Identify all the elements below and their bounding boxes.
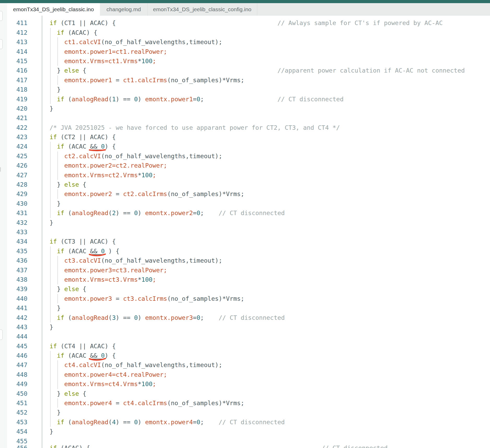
code-line-422[interactable]: 422/* JVA 20251025 - we have forced to u… [7,123,490,132]
code-text[interactable]: if (ACAC && 0) { [50,142,116,151]
code-line-420[interactable]: 420} [7,104,490,113]
code-line-434[interactable]: 434if (CT3 || ACAC) { [7,237,490,246]
tab-emontx34-ds-jeelib-classic-ino[interactable]: emonTx34_DS_jeelib_classic.ino [7,3,100,16]
code-line-449[interactable]: 449 emontx.Vrms=ct4.Vrms*100; [7,379,490,389]
code-line-431[interactable]: 431 if (analogRead(2) == 0) emontx.power… [7,208,490,218]
code-text[interactable]: if (analogRead(3) == 0) emontx.power3=0;… [50,313,285,322]
code-line-424[interactable]: 424 if (ACAC && 0) { [7,142,490,151]
code-text[interactable]: emontx.Vrms=ct3.Vrms*100; [50,275,156,284]
code-text[interactable]: } else { [50,284,86,294]
code-line-452[interactable]: 452 } [7,408,490,417]
code-line-416[interactable]: 416 } else { //apparent power calculatio… [7,66,490,75]
code-text[interactable]: ct4.calcVI(no_of_half_wavelengths,timeou… [50,360,222,370]
code-line-432[interactable]: 432} [7,218,490,227]
code-text[interactable]: if (CT3 || ACAC) { [50,237,116,246]
code-line-440[interactable]: 440 emontx.power3 = ct3.calcIrms(no_of_s… [7,294,490,303]
code-text[interactable]: } [50,408,61,417]
code-text[interactable]: } [50,199,61,208]
code-line-446[interactable]: 446 if (ACAC && 0) { [7,351,490,360]
code-text[interactable]: } [50,322,53,332]
code-text[interactable]: if (CT4 || ACAC) { [50,341,116,351]
code-text[interactable]: } [50,303,61,313]
code-line-447[interactable]: 447 ct4.calcVI(no_of_half_wavelengths,ti… [7,360,490,370]
code-text[interactable]: if (ACAC && 0) { [50,351,116,360]
code-line-430[interactable]: 430 } [7,199,490,208]
code-text[interactable]: } [50,85,61,94]
line-number: 444 [7,332,27,341]
code-text[interactable]: emontx.power3 = ct3.calcIrms(no_of_sampl… [50,294,244,303]
code-text[interactable]: emontx.power3=ct3.realPower; [50,266,167,275]
code-text[interactable]: if (ACAC) { // CT disconnected [50,443,388,448]
code-text[interactable]: if (CT2 || ACAC) { [50,132,116,142]
code-text[interactable]: /* JVA 20251025 - we have forced to use … [50,123,340,132]
line-number: 414 [7,47,27,56]
code-text[interactable]: } [50,104,53,113]
code-line-437[interactable]: 437 emontx.power3=ct3.realPower; [7,266,490,275]
code-text[interactable]: emontx.power1=ct1.realPower; [50,47,167,56]
code-line-441[interactable]: 441 } [7,303,490,313]
code-line-429[interactable]: 429 emontx.power2 = ct2.calcIrms(no_of_s… [7,189,490,199]
code-line-414[interactable]: 414 emontx.power1=ct1.realPower; [7,47,490,56]
code-line-426[interactable]: 426 emontx.power2=ct2.realPower; [7,161,490,170]
code-line-435[interactable]: 435 if (ACAC && 0 ) { [7,246,490,256]
code-line-425[interactable]: 425 ct2.calcVI(no_of_half_wavelengths,ti… [7,151,490,161]
code-line-413[interactable]: 413 ct1.calcVI(no_of_half_wavelengths,ti… [7,37,490,47]
code-line-448[interactable]: 448 emontx.power4=ct4.realPower; [7,370,490,379]
line-number: 434 [7,237,27,246]
code-text[interactable]: if (ACAC && 0 ) { [50,246,119,256]
code-line-445[interactable]: 445if (CT4 || ACAC) { [7,341,490,351]
code-text[interactable]: emontx.power2=ct2.realPower; [50,161,167,170]
code-line-442[interactable]: 442 if (analogRead(3) == 0) emontx.power… [7,313,490,322]
code-line-421[interactable]: 421 [7,113,490,123]
tab-emontx34-ds-jeelib-classic-config-ino[interactable]: emonTx34_DS_jeelib_classic_config.ino [147,3,257,16]
code-text[interactable]: if (analogRead(4) == 0) emontx.power4=0;… [50,417,285,427]
code-text[interactable]: emontx.power1 = ct1.calcIrms(no_of_sampl… [50,75,244,85]
line-number: 433 [7,227,27,237]
code-line-453[interactable]: 453 if (analogRead(4) == 0) emontx.power… [7,417,490,427]
code-line-456[interactable]: 456if (ACAC) { // CT disconnected [7,443,490,448]
code-line-433[interactable]: 433 [7,227,490,237]
code-line-417[interactable]: 417 emontx.power1 = ct1.calcIrms(no_of_s… [7,75,490,85]
code-text[interactable]: emontx.Vrms=ct4.Vrms*100; [50,379,156,389]
code-line-423[interactable]: 423if (CT2 || ACAC) { [7,132,490,142]
code-line-419[interactable]: 419 if (analogRead(1) == 0) emontx.power… [7,95,490,104]
code-line-411[interactable]: 411if (CT1 || ACAC) { // Awlays sample f… [7,18,490,28]
code-line-427[interactable]: 427 emontx.Vrms=ct2.Vrms*100; [7,170,490,180]
code-text[interactable]: if (analogRead(1) == 0) emontx.power1=0;… [50,95,344,104]
code-text[interactable]: } [50,427,53,436]
code-text[interactable]: ct1.calcVI(no_of_half_wavelengths,timeou… [50,37,222,47]
code-text[interactable]: emontx.Vrms=ct1.Vrms*100; [50,56,156,66]
code-text[interactable]: } else { [50,389,86,398]
code-line-418[interactable]: 418 } [7,85,490,94]
code-text[interactable]: ct2.calcVI(no_of_half_wavelengths,timeou… [50,151,222,161]
line-number: 432 [7,218,27,227]
code-line-451[interactable]: 451 emontx.power4 = ct4.calcIrms(no_of_s… [7,398,490,408]
code-line-443[interactable]: 443} [7,322,490,332]
code-line-454[interactable]: 454} [7,427,490,436]
code-editor[interactable]: 410411if (CT1 || ACAC) { // Awlays sampl… [7,0,490,448]
code-text[interactable]: if (analogRead(2) == 0) emontx.power2=0;… [50,208,285,218]
code-text[interactable]: if (ACAC) { [50,28,97,37]
line-number: 441 [7,303,27,313]
code-text[interactable]: } else { [50,180,86,189]
code-line-444[interactable]: 444 [7,332,490,341]
code-text[interactable]: emontx.power4=ct4.realPower; [50,370,167,379]
tab-changelog-md[interactable]: changelog.md [100,3,148,16]
code-line-436[interactable]: 436 ct3.calcVI(no_of_half_wavelengths,ti… [7,256,490,265]
code-line-450[interactable]: 450 } else { [7,389,490,398]
code-text[interactable]: if (CT1 || ACAC) { // Awlays sample for … [50,18,443,28]
code-line-428[interactable]: 428 } else { [7,180,490,189]
code-line-415[interactable]: 415 emontx.Vrms=ct1.Vrms*100; [7,56,490,66]
line-number: 429 [7,189,27,199]
code-text[interactable]: } [50,218,53,227]
code-text[interactable]: emontx.power4 = ct4.calcIrms(no_of_sampl… [50,398,244,408]
code-line-412[interactable]: 412 if (ACAC) { [7,28,490,37]
line-number: 454 [7,427,27,436]
code-text[interactable]: } else { //apparent power calculation if… [50,66,465,75]
code-line-439[interactable]: 439 } else { [7,284,490,294]
code-text[interactable]: emontx.Vrms=ct2.Vrms*100; [50,170,156,180]
code-line-438[interactable]: 438 emontx.Vrms=ct3.Vrms*100; [7,275,490,284]
code-text[interactable]: emontx.power2 = ct2.calcIrms(no_of_sampl… [50,189,244,199]
line-number: 436 [7,256,27,265]
code-text[interactable]: ct3.calcVI(no_of_half_wavelengths,timeou… [50,256,222,265]
